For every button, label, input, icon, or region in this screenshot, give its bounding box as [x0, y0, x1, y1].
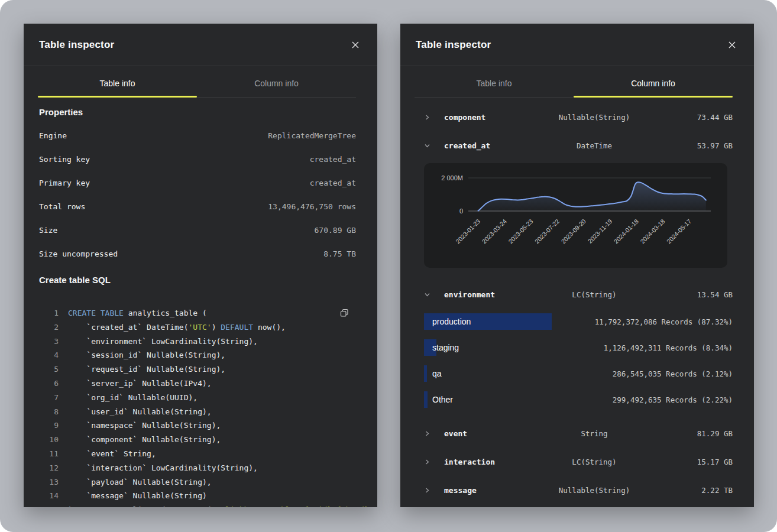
sql-line-number: 14	[39, 489, 59, 503]
svg-text:2023-11-19: 2023-11-19	[586, 218, 613, 245]
column-row-message[interactable]: messageNullable(String)2.22 TB	[424, 476, 733, 504]
value-label: staging	[432, 343, 459, 352]
dialog-header: Table inspector	[24, 24, 377, 66]
value-label: production	[432, 317, 471, 326]
column-size: 15.17 GB	[656, 458, 733, 466]
value-records: 286,545,035 Records (2.12%)	[613, 369, 733, 378]
sql-line-code: `environment` LowCardinality(String),	[68, 335, 258, 349]
column-size: 81.29 GB	[656, 429, 733, 438]
tab-bar: Table info Column info	[400, 66, 754, 98]
sql-line: 3 `environment` LowCardinality(String),	[39, 335, 356, 349]
value-bar	[424, 365, 427, 382]
column-name: environment	[444, 290, 533, 299]
value-bar	[424, 391, 428, 408]
chevron-right-icon	[424, 430, 444, 437]
sql-line-number: 10	[39, 433, 59, 447]
sql-line: 6 `server_ip` Nullable(IPv4),	[39, 377, 356, 391]
property-row: EngineReplicatedMergeTree	[39, 124, 356, 147]
property-label: Sorting key	[39, 155, 90, 164]
svg-text:2023-09-20: 2023-09-20	[559, 218, 587, 245]
svg-text:2 000M: 2 000M	[441, 174, 463, 181]
chevron-right-icon	[424, 459, 444, 465]
sql-line: 7 `org_id` Nullable(UUID),	[39, 391, 356, 405]
close-button[interactable]	[349, 38, 362, 51]
copy-sql-button[interactable]	[339, 307, 350, 319]
column-row-interaction[interactable]: interactionLC(String)15.17 GB	[424, 447, 733, 476]
column-row-component[interactable]: componentNullable(String)73.44 GB	[424, 103, 733, 131]
svg-text:2023-07-22: 2023-07-22	[533, 218, 561, 245]
value-label: qa	[432, 369, 442, 378]
sql-line-number: 1	[39, 306, 59, 320]
chevron-right-icon	[424, 487, 444, 494]
column-row-created_at[interactable]: created_atDateTime53.97 GB	[424, 131, 733, 160]
sql-line: 2 `created_at` DateTime('UTC') DEFAULT n…	[39, 320, 356, 335]
sql-line-code: `session_id` Nullable(String),	[68, 348, 225, 362]
sql-line-number: 3	[39, 335, 59, 349]
sql-line-code: `message` Nullable(String)	[68, 489, 207, 503]
tab-bar: Table info Column info	[24, 66, 377, 98]
sql-line-number: 6	[39, 377, 59, 391]
column-name: event	[444, 429, 533, 438]
properties-list: EngineReplicatedMergeTreeSorting keycrea…	[39, 124, 356, 265]
property-label: Primary key	[39, 179, 90, 187]
tab-table-info[interactable]: Table info	[415, 66, 574, 98]
column-name: interaction	[444, 458, 533, 466]
sql-line-number: 11	[39, 447, 59, 461]
sql-line: 15) ENGINE = ReplicatedMergeTree('/click…	[39, 503, 356, 507]
column-row-event[interactable]: eventString81.29 GB	[424, 419, 733, 447]
property-value: created_at	[310, 179, 356, 187]
sql-line: 5 `request_id` Nullable(String),	[39, 362, 356, 377]
sql-line-number: 8	[39, 405, 59, 419]
sql-line-code: `request_id` Nullable(String),	[68, 362, 225, 377]
tab-column-info[interactable]: Column info	[574, 66, 733, 98]
column-size: 2.22 TB	[656, 486, 733, 495]
property-value: 8.75 TB	[323, 249, 356, 258]
value-row-other: Other299,492,635 Records (2.22%)	[424, 387, 733, 413]
property-value: created_at	[310, 155, 356, 164]
property-row: Total rows13,496,476,750 rows	[39, 194, 356, 218]
sql-line: 4 `session_id` Nullable(String),	[39, 348, 356, 362]
sql-line: 8 `user_id` Nullable(String),	[39, 405, 356, 419]
property-label: Size uncompressed	[39, 249, 118, 258]
dialog-title: Table inspector	[39, 39, 114, 51]
sql-line: 9 `namespace` Nullable(String),	[39, 419, 356, 433]
tab-column-info[interactable]: Column info	[197, 66, 356, 98]
column-type: String	[533, 429, 656, 438]
column-type: DateTime	[533, 141, 656, 150]
column-size: 13.54 GB	[656, 290, 733, 299]
sql-line-number: 15	[39, 503, 59, 507]
column-name: message	[444, 486, 533, 495]
sql-line-code: ) ENGINE = ReplicatedMergeTree('/clickho…	[68, 503, 377, 507]
column-row-environment[interactable]: environmentLC(String)13.54 GB	[424, 280, 733, 309]
column-name: component	[444, 113, 533, 122]
row-count-area-chart: 2 000M02023-01-232023-03-242023-05-23202…	[424, 163, 727, 268]
sql-code-block: 1CREATE TABLE analytics_table (2 `create…	[39, 306, 356, 507]
dialog-title: Table inspector	[416, 39, 491, 51]
svg-text:2023-03-24: 2023-03-24	[481, 218, 509, 245]
svg-text:2024-05-17: 2024-05-17	[665, 218, 693, 245]
tab-table-info[interactable]: Table info	[38, 66, 197, 98]
svg-text:2024-01-18: 2024-01-18	[613, 218, 640, 245]
sql-line-number: 5	[39, 362, 59, 377]
columns-list: componentNullable(String)73.44 GBcreated…	[400, 98, 754, 504]
property-label: Engine	[39, 131, 67, 140]
area-fill	[478, 182, 706, 211]
column-size: 73.44 GB	[656, 113, 733, 122]
sql-line-code: `org_id` Nullable(UUID),	[68, 391, 198, 405]
property-row: Size670.89 GB	[39, 218, 356, 242]
sql-line-code: `namespace` Nullable(String),	[68, 419, 221, 433]
value-records: 299,492,635 Records (2.22%)	[613, 395, 733, 404]
dialog-header: Table inspector	[400, 24, 754, 66]
svg-text:0: 0	[459, 207, 463, 215]
value-records: 11,792,372,086 Records (87.32%)	[595, 317, 733, 326]
close-button[interactable]	[726, 38, 739, 51]
screenshot-root: Table inspector Table info Column info P…	[0, 0, 777, 532]
svg-text:2023-01-23: 2023-01-23	[454, 218, 482, 245]
sql-line-code: CREATE TABLE analytics_table (	[68, 306, 207, 320]
sql-line-code: `created_at` DateTime('UTC') DEFAULT now…	[68, 320, 286, 335]
value-row-qa: qa286,545,035 Records (2.12%)	[424, 361, 733, 387]
sql-line-code: `event` String,	[68, 447, 156, 461]
table-inspector-dialog-column-info: Table inspector Table info Column info c…	[400, 24, 754, 507]
sql-line: 12 `interaction` LowCardinality(String),	[39, 461, 356, 475]
property-value: ReplicatedMergeTree	[268, 131, 356, 140]
